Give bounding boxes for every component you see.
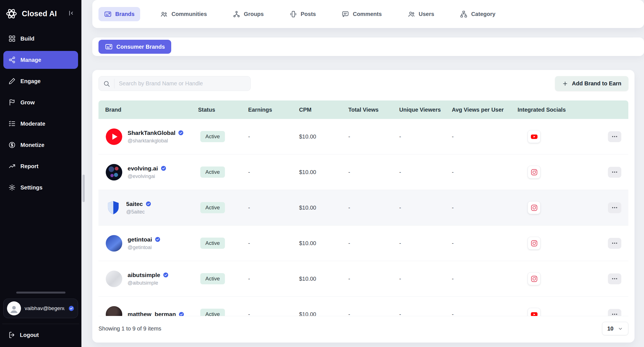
instagram-icon[interactable] — [528, 201, 540, 214]
brand-avatar — [106, 271, 122, 287]
filter-band: Consumer Brands — [92, 37, 644, 56]
tab-users[interactable]: Users — [402, 7, 440, 21]
sidebar-item-grow[interactable]: Grow — [3, 93, 78, 111]
row-actions-button[interactable] — [608, 167, 621, 178]
tab-groups[interactable]: Groups — [227, 7, 269, 21]
tab-communities[interactable]: Communities — [155, 7, 213, 21]
brands-panel: Add Brand to Earn BrandStatusEarningsCPM… — [92, 70, 634, 343]
verified-icon — [178, 311, 184, 316]
brand-handle: @aibutsimple — [128, 280, 169, 286]
avg-views-value: - — [452, 133, 454, 140]
tab-label: Brands — [115, 11, 135, 17]
groups-icon — [233, 10, 240, 18]
table-row: 5aitec@5aitecActive-$10.00--- — [98, 190, 628, 226]
search-icon-area — [99, 79, 114, 88]
row-actions-button[interactable] — [608, 309, 621, 316]
nav-label: Manage — [20, 57, 41, 63]
total-views-value: - — [348, 276, 350, 282]
column-header: CPM — [299, 107, 348, 113]
page-scrollbar-thumb[interactable] — [83, 175, 85, 202]
nav-label: Settings — [20, 184, 43, 191]
cpm-value: $10.00 — [299, 311, 316, 316]
build-icon — [8, 35, 16, 42]
person-icon — [9, 304, 19, 314]
logout-icon — [8, 331, 16, 339]
status-badge: Active — [200, 167, 225, 178]
sidebar-item-settings[interactable]: Settings — [3, 179, 78, 196]
brand-avatar — [106, 235, 122, 252]
page-size-select[interactable]: 10 — [602, 322, 628, 335]
logout-label: Logout — [20, 332, 39, 338]
brand-name: matthew_berman — [128, 311, 176, 316]
consumer-brands-filter-button[interactable]: Consumer Brands — [98, 40, 171, 54]
logout-button[interactable]: Logout — [2, 324, 79, 347]
earnings-value: - — [248, 240, 250, 246]
search-box — [98, 76, 251, 91]
table-row: aibutsimple@aibutsimpleActive-$10.00--- — [98, 261, 628, 297]
manage-icon — [8, 56, 16, 64]
brand-name: SharkTankGlobal — [128, 130, 175, 136]
table-footer: Showing 1 to 9 of 9 items 10 — [98, 316, 628, 336]
nav-label: Grow — [20, 99, 35, 106]
search-input[interactable] — [114, 80, 250, 87]
tab-posts[interactable]: Posts — [284, 7, 321, 21]
avg-views-value: - — [452, 205, 454, 211]
unique-viewers-value: - — [399, 169, 401, 175]
cpm-value: $10.00 — [299, 133, 316, 140]
posts-icon — [290, 10, 297, 18]
brands-icon — [104, 10, 112, 18]
user-account[interactable]: vaibhav@begenu... — [3, 299, 78, 318]
status-badge: Active — [200, 131, 225, 142]
total-views-value: - — [348, 311, 350, 316]
earnings-value: - — [248, 133, 250, 140]
total-views-value: - — [348, 169, 350, 175]
tab-label: Groups — [244, 11, 264, 17]
app-logo-icon — [5, 7, 18, 20]
sidebar-item-manage[interactable]: Manage — [3, 51, 78, 69]
add-brand-label: Add Brand to Earn — [572, 80, 621, 87]
instagram-icon[interactable] — [528, 272, 540, 285]
tab-label: Category — [471, 11, 495, 17]
add-brand-button[interactable]: Add Brand to Earn — [555, 76, 628, 91]
row-actions-button[interactable] — [608, 238, 621, 249]
total-views-value: - — [348, 240, 350, 246]
row-actions-button[interactable] — [608, 273, 621, 284]
instagram-icon[interactable] — [528, 166, 540, 179]
sidebar-collapse-button[interactable] — [67, 10, 76, 18]
sidebar-bottom: vaibhav@begenu... Logout — [0, 292, 81, 347]
sidebar-item-monetize[interactable]: Monetize — [3, 136, 78, 154]
grow-icon — [8, 99, 16, 106]
row-actions-button[interactable] — [608, 202, 621, 213]
column-header: Brand — [98, 107, 198, 113]
filter-label: Consumer Brands — [116, 44, 165, 50]
sidebar-header: Closed AI — [0, 0, 81, 30]
sidebar-item-moderate[interactable]: Moderate — [3, 115, 78, 133]
avg-views-value: - — [452, 240, 454, 246]
nav-label: Monetize — [20, 142, 44, 148]
column-header: Integrated Socials — [518, 107, 587, 113]
row-actions-button[interactable] — [608, 131, 621, 142]
sidebar-item-report[interactable]: Report — [3, 157, 78, 175]
avg-views-value: - — [452, 276, 454, 282]
sidebar-item-engage[interactable]: Engage — [3, 72, 78, 90]
user-email: vaibhav@begenu... — [25, 305, 65, 311]
brand-avatar — [106, 128, 122, 145]
unique-viewers-value: - — [399, 276, 401, 282]
youtube-icon[interactable] — [528, 130, 540, 143]
sidebar-item-build[interactable]: Build — [3, 30, 78, 48]
instagram-icon[interactable] — [528, 237, 540, 250]
report-icon — [8, 163, 16, 170]
verified-icon — [145, 201, 151, 207]
search-icon — [103, 80, 110, 87]
total-views-value: - — [348, 133, 350, 140]
collapse-icon — [67, 10, 75, 17]
tab-brands[interactable]: Brands — [98, 7, 140, 21]
tab-label: Posts — [301, 11, 316, 17]
youtube-icon[interactable] — [528, 308, 540, 316]
tab-category[interactable]: Category — [454, 7, 501, 21]
sidebar-scroll-thumb[interactable] — [16, 292, 65, 294]
brand-avatar — [106, 199, 121, 216]
tab-comments[interactable]: Comments — [336, 7, 387, 21]
status-badge: Active — [200, 238, 225, 249]
nav-label: Report — [20, 163, 38, 170]
